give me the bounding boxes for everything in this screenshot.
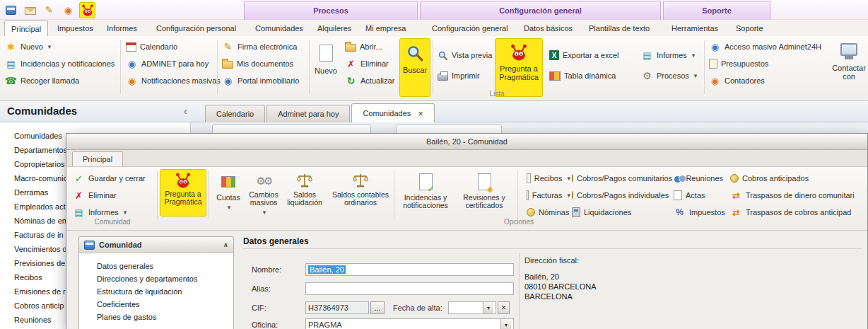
nav-item-coeficientes[interactable]: Coeficientes bbox=[79, 298, 233, 311]
pregunta-pragmatica-button[interactable]: Pregunta a Pragmática bbox=[495, 38, 543, 97]
separator bbox=[217, 40, 218, 94]
broadcast-button[interactable] bbox=[60, 2, 76, 18]
cambios-masivos-label: Cambios masivos bbox=[243, 191, 284, 207]
doc-tab-adminet-para-hoy[interactable]: Adminet para hoy bbox=[266, 105, 350, 122]
recoger-llamada-button[interactable]: Recoger llamada bbox=[3, 73, 120, 88]
revisiones-button[interactable]: Revisiones y certificados bbox=[456, 169, 512, 217]
traspasos-cobros-button[interactable]: Traspasos de cobros anticipad bbox=[728, 204, 864, 220]
recibos-button[interactable]: Recibos bbox=[524, 171, 573, 186]
reuniones-button[interactable]: Reuniones bbox=[671, 171, 725, 186]
nombre-input[interactable]: Bailén, 20 bbox=[305, 263, 514, 276]
oficina-select[interactable]: PRAGMA bbox=[305, 318, 514, 329]
nuevo-button[interactable]: Nuevo bbox=[312, 38, 340, 97]
recibos-label: Recibos bbox=[534, 174, 563, 183]
cuotas-button[interactable]: Cuotas bbox=[211, 169, 246, 217]
dialog-incidencias-button[interactable]: Incidencias y notificaciones bbox=[395, 169, 456, 217]
tab-mi-empresa[interactable]: Mi empresa bbox=[359, 21, 412, 36]
collapse-panel-icon[interactable] bbox=[184, 105, 187, 117]
fecha-alta-input[interactable] bbox=[448, 301, 496, 314]
contadores-button[interactable]: Contadores bbox=[707, 73, 828, 88]
tab-alquileres[interactable]: Alquileres bbox=[311, 21, 358, 36]
nuevo-menu-button[interactable]: Nuevo bbox=[3, 39, 120, 54]
tab-comunidades[interactable]: Comunidades bbox=[249, 21, 310, 36]
buscar-button[interactable]: Buscar bbox=[399, 38, 430, 97]
tab-herramientas[interactable]: Herramientas bbox=[665, 21, 725, 36]
report-icon bbox=[641, 50, 653, 61]
adminet-hoy-label: ADMINET para hoy bbox=[141, 59, 209, 68]
fecha-dropdown-icon[interactable] bbox=[483, 302, 493, 313]
traspasos-dinero-label: Traspasos de dinero comunitari bbox=[746, 191, 855, 200]
pragmatica-bee-icon bbox=[175, 173, 192, 188]
alias-input[interactable] bbox=[305, 282, 514, 295]
notes-button[interactable] bbox=[41, 2, 57, 18]
cobros-individuales-button[interactable]: Cobros/Pagos individuales bbox=[570, 187, 669, 203]
cif-input[interactable]: H37364973 bbox=[305, 301, 369, 314]
pragmatica-quick-button[interactable] bbox=[79, 2, 95, 18]
adminet-hoy-button[interactable]: ADMINET para hoy bbox=[124, 56, 216, 71]
tab-plantillas-de-texto[interactable]: Plantillas de texto bbox=[582, 21, 656, 36]
imprimir-button[interactable]: Imprimir bbox=[435, 68, 495, 83]
close-tab-icon[interactable] bbox=[418, 108, 423, 119]
informes-menu-button[interactable]: Informes bbox=[639, 47, 701, 63]
collapse-up-icon[interactable] bbox=[223, 241, 228, 248]
mail-button[interactable] bbox=[22, 2, 38, 18]
notificaciones-masivas-button[interactable]: Notificaciones masivas bbox=[124, 73, 216, 88]
saldos-contables-button[interactable]: Saldos contables ordinarios bbox=[329, 169, 392, 217]
dialog-pregunta-pragmatica-button[interactable]: Pregunta a Pragmática bbox=[160, 169, 206, 217]
tab-impuestos[interactable]: Impuestos bbox=[51, 21, 100, 36]
eliminar-button[interactable]: Eliminar bbox=[343, 56, 398, 71]
fecha-clear-button[interactable] bbox=[498, 301, 510, 314]
incidencias-button[interactable]: Incidencias y notificaciones bbox=[3, 56, 120, 71]
cobros-anticipados-button[interactable]: Cobros anticipados bbox=[728, 171, 864, 186]
portal-inmobiliario-button[interactable]: Portal inmobiliario bbox=[220, 73, 309, 88]
tabla-dinamica-button[interactable]: Tabla dinámica bbox=[547, 68, 638, 83]
dialog-group-cobros: Cobros/Pagos comunitarios Cobros/Pagos i… bbox=[570, 171, 669, 221]
tab-configuracion-general[interactable]: Configuración general bbox=[426, 21, 515, 36]
nav-panel-header[interactable]: Comunidad bbox=[79, 237, 233, 253]
cobros-comunitarios-button[interactable]: Cobros/Pagos comunitarios bbox=[570, 171, 669, 186]
key-icon bbox=[709, 41, 721, 52]
saldos-liquidacion-button[interactable]: Saldos liquidación bbox=[284, 169, 325, 217]
impuestos-button[interactable]: Impuestos bbox=[671, 204, 725, 220]
calculator-icon bbox=[572, 207, 580, 217]
app-window-button[interactable] bbox=[3, 2, 19, 18]
vista-previa-button[interactable]: Vista previa bbox=[435, 47, 495, 63]
nav-item-planes-gastos[interactable]: Planes de gastos bbox=[79, 311, 233, 323]
dialog-tab-principal[interactable]: Principal bbox=[72, 151, 123, 166]
dialog-eliminar-button[interactable]: Eliminar bbox=[71, 187, 154, 203]
dialog-titlebar[interactable]: Bailén, 20 - Comunidad bbox=[66, 134, 867, 150]
tab-configuracion-personal[interactable]: Configuración personal bbox=[150, 21, 242, 36]
presupuestos-button[interactable]: Presupuestos bbox=[707, 56, 828, 71]
facturas-button[interactable]: Facturas bbox=[524, 187, 573, 203]
calendario-button[interactable]: Calendario bbox=[124, 39, 216, 54]
procesos-menu-button[interactable]: Procesos bbox=[639, 68, 701, 83]
traspasos-dinero-button[interactable]: Traspasos de dinero comunitari bbox=[728, 187, 864, 203]
nav-item-direcciones[interactable]: Direcciones y departamentos bbox=[79, 272, 233, 285]
tab-informes[interactable]: Informes bbox=[100, 21, 143, 36]
contactar-button[interactable]: Contactar con bbox=[831, 38, 867, 97]
actas-button[interactable]: Actas bbox=[671, 187, 725, 203]
tab-principal[interactable]: Principal bbox=[4, 21, 48, 36]
cambios-masivos-button[interactable]: Cambios masivos bbox=[242, 169, 286, 217]
tabla-dinamica-label: Tabla dinámica bbox=[564, 71, 616, 80]
actualizar-button[interactable]: Actualizar bbox=[343, 73, 398, 88]
firma-electronica-button[interactable]: Firma electrónica bbox=[220, 39, 309, 54]
nav-item-estructura[interactable]: Estructura de liquidación bbox=[79, 285, 233, 298]
acceso-masivo-button[interactable]: Acceso masivo Adminet24H bbox=[707, 39, 828, 54]
scales-icon bbox=[351, 172, 370, 189]
tab-datos-basicos[interactable]: Datos básicos bbox=[517, 21, 579, 36]
liquidaciones-button[interactable]: Liquidaciones bbox=[570, 204, 669, 220]
guardar-cerrar-button[interactable]: Guardar y cerrar bbox=[71, 171, 154, 186]
abrir-button[interactable]: Abrir... bbox=[343, 39, 398, 54]
oficina-dropdown-icon[interactable] bbox=[500, 319, 511, 329]
nav-item-datos-generales[interactable]: Datos generales bbox=[79, 260, 233, 272]
exportar-excel-button[interactable]: Exportar a excel bbox=[547, 47, 638, 63]
ribbon-group-informes: Informes Procesos bbox=[639, 47, 701, 88]
cif-lookup-button[interactable]: ... bbox=[370, 301, 385, 314]
mis-documentos-button[interactable]: Mis documentos bbox=[220, 56, 309, 71]
doc-tab-calendario[interactable]: Calendario bbox=[205, 105, 265, 122]
divider bbox=[243, 248, 862, 249]
doc-tab-comunidades[interactable]: Comunidades bbox=[351, 103, 434, 122]
tab-soporte[interactable]: Soporte bbox=[729, 21, 770, 36]
direccion-line: 08010 BARCELONA bbox=[524, 282, 597, 292]
